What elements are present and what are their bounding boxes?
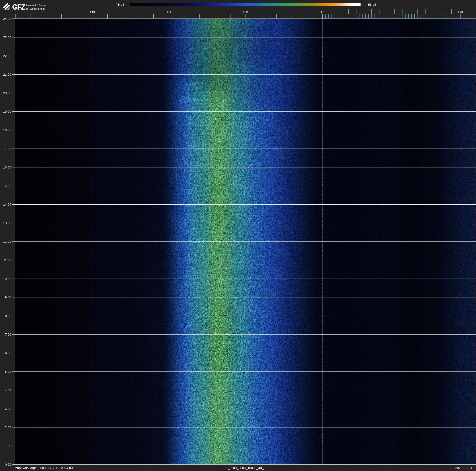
svg-text:-55 dBm: -55 dBm [367, 3, 379, 6]
svg-text:-75 dBm: -75 dBm [115, 3, 127, 6]
svg-text:22:00: 22:00 [3, 54, 11, 58]
svg-text:19:00: 19:00 [3, 110, 11, 113]
svg-text:17:00: 17:00 [3, 147, 11, 150]
svg-text:6:00: 6:00 [5, 351, 11, 355]
svg-text:10:00: 10:00 [3, 277, 11, 281]
svg-text:4:00: 4:00 [5, 388, 11, 392]
svg-text:2.49: 2.49 [458, 11, 463, 14]
svg-text:13:00: 13:00 [3, 221, 11, 225]
svg-text:9:00: 9:00 [5, 295, 11, 299]
svg-text:3:00: 3:00 [5, 407, 11, 410]
svg-text:for Geosciences: for Geosciences [26, 7, 45, 10]
svg-text:2.25: 2.25 [89, 11, 95, 14]
svg-text:0:00: 0:00 [5, 463, 11, 466]
svg-text:7:00: 7:00 [5, 333, 11, 336]
svg-text:8:00: 8:00 [5, 314, 11, 318]
svg-text:2.35: 2.35 [243, 11, 248, 14]
svg-text:23:00: 23:00 [3, 36, 11, 39]
svg-text:1:00: 1:00 [5, 444, 11, 448]
svg-text:1_2200_2500_10000_40_0: 1_2200_2500_10000_40_0 [226, 466, 266, 470]
svg-text:21:00: 21:00 [3, 73, 11, 76]
svg-text:15:00: 15:00 [3, 184, 11, 188]
svg-text:2025-01-18: 2025-01-18 [455, 466, 472, 470]
svg-text:14:00: 14:00 [3, 203, 11, 206]
svg-text:Helmholtz Centre: Helmholtz Centre [26, 4, 46, 7]
svg-text:5:00: 5:00 [5, 370, 11, 373]
svg-text:18:00: 18:00 [3, 128, 11, 132]
svg-text:2.4: 2.4 [321, 11, 324, 14]
svg-text:20:00: 20:00 [3, 91, 11, 95]
svg-text:2:00: 2:00 [5, 425, 11, 429]
svg-text:24:00: 24:00 [3, 17, 11, 20]
svg-text:2.3: 2.3 [167, 11, 171, 14]
svg-text:https://doi.org/10.5880/GFZ.1.: https://doi.org/10.5880/GFZ.1.2.2024.003 [15, 466, 74, 470]
svg-text:12:00: 12:00 [3, 240, 11, 243]
svg-text:11:00: 11:00 [3, 258, 11, 262]
svg-text:GFZ: GFZ [12, 3, 25, 11]
svg-text:16:00: 16:00 [3, 165, 11, 169]
